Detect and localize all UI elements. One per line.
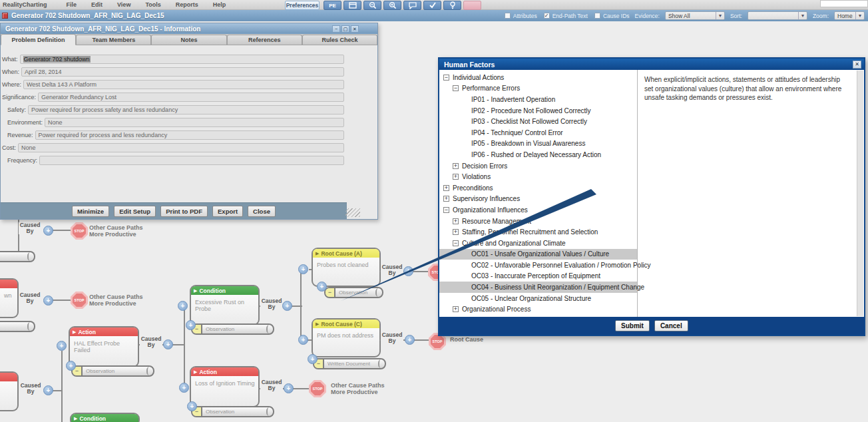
expand-icon[interactable]: +	[443, 185, 449, 191]
revenue-field[interactable]: Power required for process and less redu…	[35, 130, 344, 140]
chevron-down-icon[interactable]: ▼	[855, 12, 864, 19]
stop-icon[interactable]: STOP	[309, 380, 326, 397]
cause-box-loss[interactable]: ▶Action Loss of Ignition Timing	[190, 366, 260, 407]
tree-item[interactable]: −Organizational Influences	[439, 204, 637, 216]
safety-field[interactable]: Power required for process safety and le…	[28, 105, 344, 114]
minimize-icon[interactable]: −	[332, 25, 340, 33]
menu-item-help[interactable]: Help	[206, 1, 234, 8]
chevron-down-icon[interactable]: ▼	[798, 12, 807, 19]
edit-setup-button[interactable]: Edit Setup	[114, 206, 156, 217]
tab-problem-definition[interactable]: Problem Definition	[1, 34, 76, 45]
evidence-pill[interactable]: −Observation	[324, 287, 383, 298]
maximize-icon[interactable]: ▢	[341, 25, 349, 33]
collapse-icon[interactable]: −	[453, 240, 459, 246]
frequency-field[interactable]	[39, 156, 344, 165]
collapse-icon[interactable]: −	[453, 85, 459, 91]
print-to-pdf-button[interactable]: Print to PDF	[160, 206, 208, 217]
add-cause-button[interactable]: +	[282, 301, 292, 311]
expand-icon[interactable]: +	[453, 163, 459, 169]
add-cause-button[interactable]: +	[163, 339, 173, 349]
add-cause-button[interactable]: +	[178, 301, 188, 311]
tree-item[interactable]: +Violations	[439, 171, 637, 182]
add-cause-button[interactable]: +	[298, 264, 308, 274]
tab-notes[interactable]: Notes	[151, 35, 226, 45]
menu-item-reports[interactable]: Reports	[168, 1, 206, 8]
expand-icon[interactable]: +	[453, 306, 459, 312]
tree-item[interactable]: +Preconditions	[439, 182, 637, 194]
cause-box-rust[interactable]: ▶Condition Excessive Rust on Probe	[190, 285, 260, 325]
add-evidence-button[interactable]: +	[66, 361, 76, 371]
export-button[interactable]: Export	[212, 206, 243, 217]
what-field[interactable]: Generator 702 shutdown	[20, 55, 344, 64]
close-icon[interactable]: ✕	[853, 61, 861, 69]
close-button[interactable]: Close	[248, 206, 276, 217]
zoom-in-icon[interactable]	[383, 1, 401, 10]
tree-item[interactable]: −Culture and Organizational Climate	[439, 238, 637, 249]
add-cause-button[interactable]: +	[403, 266, 413, 276]
collapse-icon[interactable]: −	[443, 207, 449, 213]
window-title-bar[interactable]: Generator 702 Shutdown_AFR_NIG_LAG_Dec15…	[1, 23, 377, 34]
add-cause-button[interactable]: +	[43, 385, 53, 395]
tree-item[interactable]: OC01 - Unsafe Organizational Values / Cu…	[439, 249, 637, 260]
minimize-button[interactable]: Minimize	[72, 206, 109, 217]
add-cause-button[interactable]: +	[43, 226, 53, 236]
sort-dropdown[interactable]: ▼	[748, 11, 807, 20]
tab-references[interactable]: References	[227, 35, 302, 45]
significance-field[interactable]: Generator Redundancy Lost	[38, 93, 344, 102]
where-field[interactable]: West Delta 143 A Platform	[23, 80, 344, 89]
checkbox-end-path-text[interactable]: ✓	[544, 13, 550, 19]
pe-button[interactable]: PE	[324, 1, 341, 10]
tree-item[interactable]: OC03 - Inaccurate Perception of Equipmen…	[439, 271, 637, 282]
add-evidence-button[interactable]: +	[186, 320, 196, 330]
add-evidence-button[interactable]: +	[187, 401, 197, 411]
submit-button[interactable]: Submit	[615, 320, 650, 331]
expand-icon[interactable]: +	[443, 196, 449, 202]
tree-item[interactable]: −Individual Actions	[439, 72, 637, 83]
tree-item[interactable]: IP03 - Checklist Not Followed Correctly	[439, 116, 637, 127]
menu-item-edit[interactable]: Edit	[84, 1, 110, 8]
tree-item[interactable]: +Organizational Process	[439, 304, 637, 315]
tree-item[interactable]: IP04 - Technique/ Control Error	[439, 127, 637, 138]
add-cause-button[interactable]: +	[179, 383, 189, 393]
stop-icon[interactable]: STOP	[71, 222, 88, 240]
add-evidence-button[interactable]: +	[308, 354, 318, 364]
expand-icon[interactable]: +	[453, 218, 459, 224]
evidence-pill[interactable]: −Observation	[191, 406, 274, 417]
menu-item-realitycharting[interactable]: RealityCharting	[0, 1, 59, 8]
expand-icon[interactable]: +	[453, 174, 459, 180]
add-cause-button[interactable]: +	[43, 296, 53, 306]
cancel-button[interactable]: Cancel	[654, 320, 688, 331]
tree-item[interactable]: OC04 - Business Unit Reorganization / Eq…	[439, 282, 637, 293]
bulb-icon[interactable]	[443, 1, 461, 10]
resize-grip[interactable]	[345, 208, 360, 217]
tree-item[interactable]: +Staffing, Personnel Recruitment and Sel…	[439, 226, 637, 238]
dialog-title-bar[interactable]: Human Factors ✕	[439, 59, 864, 70]
checkbox-attributes[interactable]	[505, 13, 511, 19]
tree-item[interactable]: +Supervisory Influences	[439, 194, 637, 205]
cause-box-partial[interactable]: wn	[0, 278, 19, 318]
checkbox-cause-ids[interactable]	[594, 13, 600, 19]
preferences-button[interactable]: Preferences	[285, 1, 320, 10]
add-cause-button[interactable]: +	[284, 383, 294, 393]
tree-item[interactable]: −Performance Errors	[439, 83, 637, 95]
tab-rules-check[interactable]: Rules Check	[302, 35, 377, 45]
minus-evidence-icon[interactable]: −	[326, 288, 335, 297]
tree-item[interactable]: IP01 - Inadvertent Operation	[439, 94, 637, 105]
environment-field[interactable]: None	[45, 118, 344, 127]
scrollbar-track[interactable]	[857, 71, 863, 316]
evidence-pill[interactable]	[0, 251, 35, 262]
chevron-down-icon[interactable]: ▼	[716, 12, 724, 19]
tab-team-members[interactable]: Team Members	[76, 35, 151, 45]
zoom-out-icon[interactable]	[363, 1, 381, 10]
add-evidence-button[interactable]: +	[317, 282, 327, 292]
comment-icon[interactable]	[403, 1, 421, 10]
tree-item[interactable]: OC02 - Unfavorable Personnel Evaluation …	[439, 260, 637, 271]
tree-item[interactable]: +Decision Errors	[439, 160, 637, 172]
tree-item[interactable]: IP06 - Rushed or Delayed Necessary Actio…	[439, 149, 637, 160]
menu-item-view[interactable]: View	[110, 1, 138, 8]
cause-box-hal[interactable]: ▶Action HAL Effect Probe Failed	[69, 326, 139, 367]
evidence-pill[interactable]: −Written Document	[313, 358, 386, 369]
evidence-pill[interactable]	[0, 321, 35, 332]
evidence-dropdown[interactable]: Show All ▼	[665, 11, 725, 20]
tree-item[interactable]: +Resource Management	[439, 216, 637, 227]
